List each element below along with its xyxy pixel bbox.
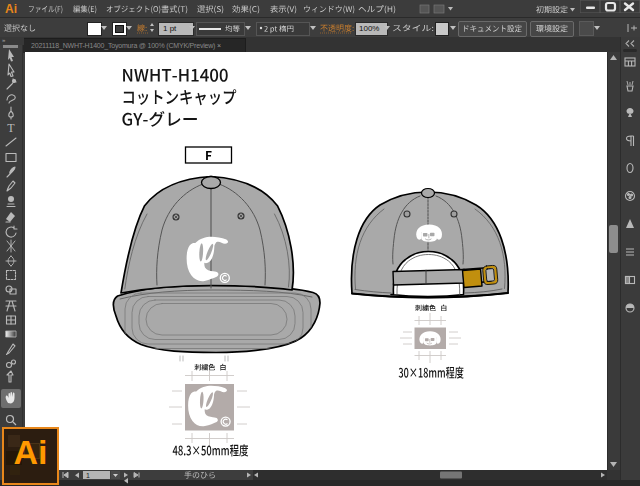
svg-text:1: 1 — [86, 472, 90, 479]
svg-text:Ai: Ai — [5, 2, 17, 16]
svg-text:T: T — [7, 121, 15, 135]
